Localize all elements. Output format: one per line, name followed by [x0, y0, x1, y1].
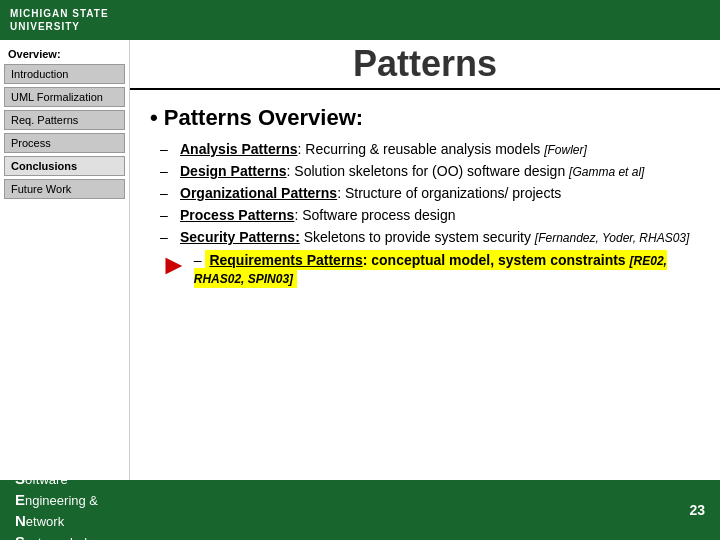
- main-content: • Patterns Overview: Analysis Patterns: …: [130, 90, 720, 480]
- list-item: Analysis Patterns: Recurring & reusable …: [160, 141, 700, 157]
- bullet-5-underline: Security Patterns:: [180, 229, 300, 245]
- footer: Software Engineering & Network Systems L…: [0, 480, 720, 540]
- overview-title: • Patterns Overview:: [150, 105, 700, 131]
- highlighted-bullet-row: ► – Requirements Patterns: conceptual mo…: [160, 251, 700, 287]
- sidebar-item-introduction[interactable]: Introduction: [4, 64, 125, 84]
- bullet-5-citation: [Fernandez, Yoder, RHAS03]: [535, 231, 690, 245]
- top-bar: MICHIGAN STATE UNIVERSITY: [0, 0, 720, 40]
- sidebar-item-process[interactable]: Process: [4, 133, 125, 153]
- sidebar: Overview: Introduction UML Formalization…: [0, 40, 130, 480]
- sidebar-item-conclusions[interactable]: Conclusions: [4, 156, 125, 176]
- bullet-3-underline: Organizational Patterns: [180, 185, 337, 201]
- page-title-bar: Patterns: [130, 40, 720, 90]
- sens-logo: Software Engineering & Network Systems L…: [15, 468, 98, 540]
- bullet-4-underline: Process Patterns: [180, 207, 294, 223]
- list-item: Design Patterns: Solution skeletons for …: [160, 163, 700, 179]
- sidebar-overview-label: Overview:: [4, 48, 125, 60]
- sidebar-item-uml[interactable]: UML Formalization: [4, 87, 125, 107]
- arrow-icon: ►: [160, 249, 188, 281]
- sidebar-item-future-work[interactable]: Future Work: [4, 179, 125, 199]
- sidebar-item-req-patterns[interactable]: Req. Patterns: [4, 110, 125, 130]
- bullet-2-citation: [Gamma et al]: [569, 165, 644, 179]
- list-item: Organizational Patterns: Structure of or…: [160, 185, 700, 201]
- list-item: Security Patterns: Skeletons to provide …: [160, 229, 700, 245]
- msu-logo: MICHIGAN STATE UNIVERSITY: [10, 7, 109, 33]
- highlighted-underline: Requirements Patterns: [209, 252, 362, 268]
- list-item: Process Patterns: Software process desig…: [160, 207, 700, 223]
- bullet-1-citation: [Fowler]: [544, 143, 587, 157]
- bullet-list: Analysis Patterns: Recurring & reusable …: [150, 141, 700, 245]
- bullet-2-underline: Design Patterns: [180, 163, 287, 179]
- page-title: Patterns: [353, 43, 497, 85]
- page-number: 23: [689, 502, 705, 518]
- bullet-1-underline: Analysis Patterns: [180, 141, 298, 157]
- highlighted-bullet-text: Requirements Patterns: conceptual model,…: [194, 250, 667, 288]
